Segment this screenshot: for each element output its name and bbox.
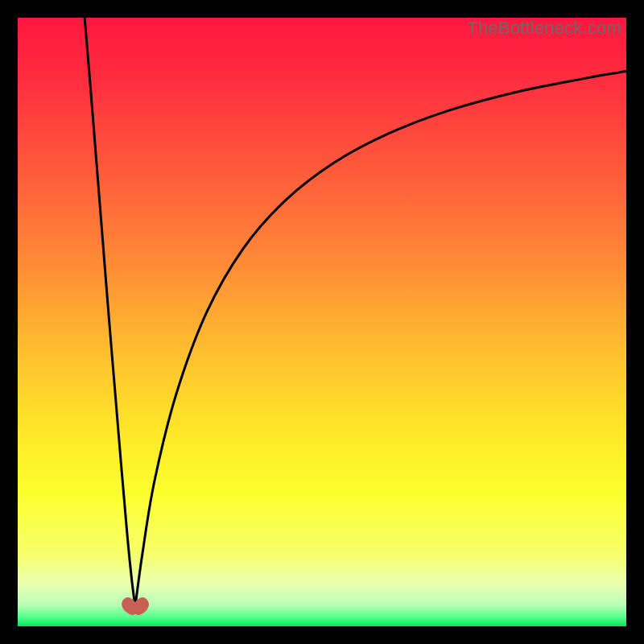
watermark-text: TheBottleneck.com xyxy=(467,18,621,39)
chart-frame: TheBottleneck.com xyxy=(18,18,626,626)
chart-svg xyxy=(18,18,626,626)
